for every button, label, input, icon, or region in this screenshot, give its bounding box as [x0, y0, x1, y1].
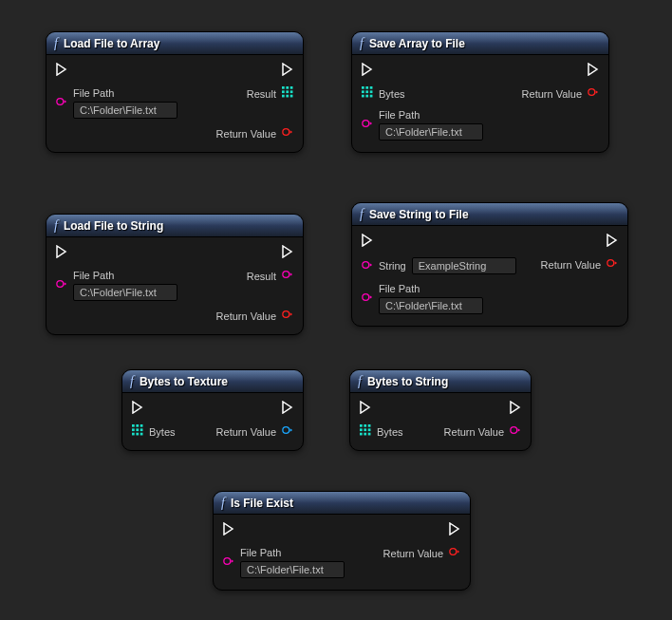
output-pin: Return Value: [216, 126, 293, 141]
pin-exec-icon[interactable]: [56, 63, 67, 79]
pin-text-input[interactable]: [240, 561, 345, 578]
input-pin: File Path: [362, 108, 483, 141]
pin-label: File Path: [379, 108, 483, 122]
pin-exec-icon[interactable]: [362, 63, 373, 79]
pin-array-icon[interactable]: [360, 424, 371, 439]
pin-array-icon[interactable]: [282, 86, 293, 101]
output-pin: Result: [247, 86, 293, 101]
input-pin: Bytes: [132, 424, 176, 439]
node-header[interactable]: fSave String to File: [352, 203, 627, 226]
pin-data-icon[interactable]: [56, 278, 67, 292]
pin-data-icon[interactable]: [282, 424, 293, 439]
pin-data-icon[interactable]: [449, 546, 460, 560]
pin-data-icon[interactable]: [223, 555, 234, 570]
node-save_string[interactable]: fSave String to FileStringReturn ValueFi…: [351, 202, 628, 327]
pin-exec-icon[interactable]: [360, 401, 371, 417]
node-header[interactable]: fLoad File to Array: [47, 32, 303, 55]
output-pin: [588, 63, 599, 79]
pin-exec-icon[interactable]: [588, 63, 599, 79]
function-icon: f: [54, 36, 58, 51]
svg-rect-7: [282, 95, 285, 98]
svg-point-24: [283, 311, 289, 318]
input-pin: [362, 234, 373, 250]
pin-text-input[interactable]: [73, 284, 177, 301]
svg-rect-33: [140, 428, 143, 431]
pin-text-input[interactable]: [412, 257, 516, 274]
input-pin: [362, 63, 373, 79]
pin-label: Result: [247, 270, 276, 283]
pin-exec-icon[interactable]: [449, 522, 460, 538]
svg-rect-31: [132, 428, 135, 431]
node-header[interactable]: fSave Array to File: [352, 32, 608, 55]
pin-data-icon[interactable]: [282, 126, 293, 141]
input-pin: File Path: [56, 86, 177, 119]
node-bytes_tex[interactable]: fBytes to TextureBytesReturn Value: [121, 369, 304, 451]
input-pin: [132, 401, 143, 417]
svg-rect-1: [282, 86, 285, 89]
pin-data-icon[interactable]: [607, 257, 618, 272]
svg-rect-18: [365, 95, 368, 98]
node-load_string[interactable]: fLoad File to StringFile PathResultRetur…: [46, 214, 304, 335]
pin-exec-icon[interactable]: [607, 234, 618, 250]
output-pin: Return Value: [216, 424, 293, 439]
node-is_exist[interactable]: fIs File ExistFile PathReturn Value: [213, 491, 471, 591]
input-pin: String: [362, 257, 516, 274]
pin-data-icon[interactable]: [588, 86, 599, 101]
node-header[interactable]: fLoad File to String: [47, 215, 303, 237]
pin-exec-icon[interactable]: [282, 401, 293, 417]
pin-exec-icon[interactable]: [56, 245, 67, 261]
node-body: File PathResultReturn Value: [47, 237, 303, 334]
svg-rect-9: [290, 95, 293, 98]
input-pin: File Path: [223, 546, 345, 578]
pin-array-icon[interactable]: [362, 86, 373, 101]
node-load_array[interactable]: fLoad File to ArrayFile PathResultReturn…: [46, 31, 304, 153]
pin-label: File Path: [73, 269, 177, 282]
pin-data-icon[interactable]: [282, 269, 293, 283]
node-header[interactable]: fIs File Exist: [214, 492, 470, 515]
pin-exec-icon[interactable]: [282, 245, 293, 261]
svg-rect-34: [132, 433, 135, 436]
output-pin: Return Value: [444, 424, 521, 439]
pin-text-input[interactable]: [73, 102, 177, 119]
input-pin: Bytes: [360, 424, 403, 439]
output-pin: Return Value: [383, 546, 460, 560]
pin-text-input[interactable]: [379, 123, 483, 141]
pin-exec-icon[interactable]: [362, 234, 373, 250]
svg-rect-5: [286, 90, 289, 93]
svg-rect-44: [360, 433, 363, 436]
pin-data-icon[interactable]: [362, 259, 373, 273]
svg-rect-8: [286, 95, 289, 98]
output-pin: Return Value: [541, 257, 618, 272]
svg-rect-3: [290, 86, 293, 89]
pin-exec-icon[interactable]: [510, 401, 521, 417]
svg-rect-6: [290, 90, 293, 93]
svg-rect-11: [362, 86, 364, 89]
function-icon: f: [221, 496, 225, 511]
pin-label: Return Value: [216, 127, 276, 141]
input-pin: [56, 245, 67, 261]
pin-exec-icon[interactable]: [282, 63, 293, 79]
function-icon: f: [54, 218, 58, 234]
pin-data-icon[interactable]: [510, 424, 521, 439]
pin-exec-icon[interactable]: [132, 401, 143, 417]
pin-exec-icon[interactable]: [223, 522, 234, 538]
output-pin: [449, 522, 460, 538]
svg-point-20: [588, 89, 595, 96]
node-save_array[interactable]: fSave Array to FileBytesReturn ValueFile…: [351, 31, 609, 153]
svg-point-22: [57, 280, 64, 287]
node-header[interactable]: fBytes to Texture: [122, 370, 303, 393]
svg-rect-30: [140, 424, 143, 427]
pin-data-icon[interactable]: [282, 309, 293, 323]
pin-data-icon[interactable]: [362, 291, 373, 306]
pin-text-input[interactable]: [379, 297, 483, 314]
node-body: BytesReturn Value: [350, 393, 531, 450]
pin-data-icon[interactable]: [56, 96, 67, 110]
svg-point-48: [224, 557, 231, 564]
svg-rect-35: [136, 433, 139, 436]
pin-label: Bytes: [379, 87, 405, 101]
svg-rect-28: [132, 424, 135, 427]
node-header[interactable]: fBytes to String: [350, 370, 531, 393]
node-bytes_str[interactable]: fBytes to StringBytesReturn Value: [349, 369, 532, 451]
pin-array-icon[interactable]: [132, 424, 143, 439]
pin-data-icon[interactable]: [362, 118, 373, 132]
